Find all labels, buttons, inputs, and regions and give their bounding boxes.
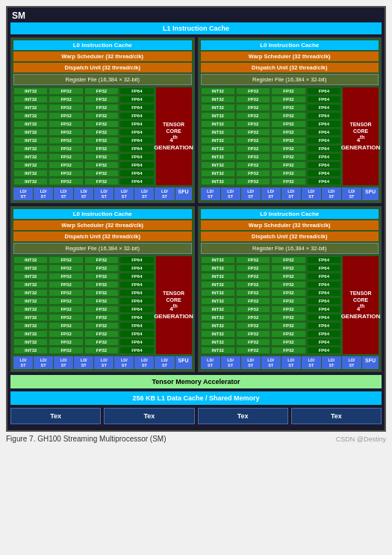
fp32-cell: FP32 bbox=[236, 153, 270, 161]
ld-st-unit: LD/ST bbox=[114, 187, 134, 200]
fp32-cell: FP32 bbox=[84, 273, 119, 280]
fp32-cell: FP32 bbox=[84, 256, 119, 264]
core-row: INT32 FP32 FP32 FP64 bbox=[201, 120, 342, 128]
fp32-cell: FP32 bbox=[236, 137, 270, 144]
fp64-cell: FP64 bbox=[119, 289, 154, 297]
core-area-1: INT32 FP32 FP32 FP64 INT32 FP32 FP32 FP6… bbox=[13, 87, 192, 185]
core-area-2: INT32 FP32 FP32 FP64 INT32 FP32 FP32 FP6… bbox=[201, 87, 379, 185]
tensor-core-text-1: TENSOR CORE bbox=[158, 121, 190, 134]
dispatch-unit-4: Dispatch Unit (32 thread/clk) bbox=[201, 232, 379, 241]
int32-cell: INT32 bbox=[13, 96, 48, 103]
fp32-cell: FP32 bbox=[84, 112, 119, 120]
core-area-3: INT32 FP32 FP32 FP64 INT32 FP32 FP32 FP6… bbox=[13, 256, 192, 354]
tensor-gen-text-2: 4th GENERATION bbox=[341, 134, 381, 152]
fp32-cell: FP32 bbox=[84, 338, 119, 346]
fp64-cell: FP64 bbox=[307, 281, 341, 288]
dispatch-unit-3: Dispatch Unit (32 thread/clk) bbox=[13, 232, 192, 241]
fp32-cell: FP32 bbox=[84, 178, 119, 185]
fp32-cell: FP32 bbox=[236, 314, 270, 321]
warp-scheduler-3: Warp Scheduler (32 thread/clk) bbox=[13, 220, 192, 230]
int32-cell: INT32 bbox=[201, 306, 235, 313]
fp32-cell: FP32 bbox=[49, 330, 83, 338]
sm-quadrant-grid: L0 Instruction Cache Warp Scheduler (32 … bbox=[10, 37, 382, 372]
core-columns-3: INT32 FP32 FP32 FP64 INT32 FP32 FP32 FP6… bbox=[13, 256, 155, 354]
l1-data-cache: 256 KB L1 Data Cache / Shared Memory bbox=[10, 391, 382, 405]
int32-cell: INT32 bbox=[13, 178, 48, 185]
int32-cell: INT32 bbox=[13, 170, 48, 177]
core-row: INT32 FP32 FP32 FP64 bbox=[201, 128, 342, 136]
sfu-unit-1: SFU bbox=[175, 187, 192, 200]
fp32-cell: FP32 bbox=[49, 120, 83, 128]
int32-cell: INT32 bbox=[13, 256, 48, 264]
tensor-core-label-4: TENSOR CORE 4th GENERATION bbox=[343, 256, 379, 354]
ld-st-unit: LD/ST bbox=[221, 187, 240, 200]
fp32-cell: FP32 bbox=[49, 170, 83, 177]
fp32-cell: FP32 bbox=[49, 161, 83, 169]
ld-st-unit: LD/ST bbox=[322, 356, 341, 369]
sfu-unit-4: SFU bbox=[362, 356, 379, 369]
int32-cell: INT32 bbox=[13, 120, 48, 128]
core-row: INT32 FP32 FP32 FP64 bbox=[201, 314, 342, 321]
int32-cell: INT32 bbox=[201, 120, 235, 128]
fp64-cell: FP64 bbox=[307, 145, 341, 152]
fp64-cell: FP64 bbox=[307, 178, 341, 185]
fp64-cell: FP64 bbox=[307, 153, 341, 161]
fp32-cell: FP32 bbox=[271, 120, 305, 128]
fp32-cell: FP32 bbox=[271, 322, 305, 329]
core-row: INT32 FP32 FP32 FP64 bbox=[13, 322, 155, 329]
fp64-cell: FP64 bbox=[119, 96, 154, 103]
core-row: INT32 FP32 FP32 FP64 bbox=[13, 306, 155, 313]
ld-st-unit: LD/ST bbox=[201, 187, 220, 200]
int32-cell: INT32 bbox=[201, 256, 235, 264]
bottom-units-2: LD/ST LD/ST LD/ST LD/ST LD/ST LD/ST LD/S… bbox=[201, 187, 379, 200]
core-row: INT32 FP32 FP32 FP64 bbox=[13, 153, 155, 161]
dispatch-unit-1: Dispatch Unit (32 thread/clk) bbox=[13, 63, 192, 72]
dispatch-unit-2: Dispatch Unit (32 thread/clk) bbox=[201, 63, 379, 72]
sfu-unit-2: SFU bbox=[362, 187, 379, 200]
sm-label: SM bbox=[12, 10, 25, 21]
fp64-cell: FP64 bbox=[119, 161, 154, 169]
fp32-cell: FP32 bbox=[236, 338, 270, 346]
ld-st-unit: LD/ST bbox=[134, 356, 154, 369]
core-row: INT32 FP32 FP32 FP64 bbox=[13, 145, 155, 152]
tensor-core-label-3: TENSOR CORE 4th GENERATION bbox=[156, 256, 192, 354]
fp64-cell: FP64 bbox=[307, 314, 341, 321]
figure-caption: Figure 7. GH100 Streaming Multiprocessor… bbox=[6, 432, 386, 446]
fp64-cell: FP64 bbox=[119, 104, 154, 111]
ld-st-unit: LD/ST bbox=[281, 356, 301, 369]
fp32-cell: FP32 bbox=[49, 128, 83, 136]
core-row: INT32 FP32 FP32 FP64 bbox=[201, 96, 342, 103]
int32-cell: INT32 bbox=[201, 104, 235, 111]
fp32-cell: FP32 bbox=[84, 264, 119, 272]
fp32-cell: FP32 bbox=[49, 178, 83, 185]
register-file-4: Register File (16,384 × 32-bit) bbox=[201, 243, 379, 254]
fp32-cell: FP32 bbox=[49, 297, 83, 305]
fp64-cell: FP64 bbox=[119, 87, 154, 95]
fp32-cell: FP32 bbox=[271, 289, 305, 297]
fp32-cell: FP32 bbox=[49, 96, 83, 103]
register-file-3: Register File (16,384 × 32-bit) bbox=[13, 243, 192, 254]
fp32-cell: FP32 bbox=[271, 145, 305, 152]
fp64-cell: FP64 bbox=[307, 170, 341, 177]
core-row: INT32 FP32 FP32 FP64 bbox=[13, 87, 155, 95]
int32-cell: INT32 bbox=[201, 96, 235, 103]
fp32-cell: FP32 bbox=[271, 338, 305, 346]
core-row: INT32 FP32 FP32 FP64 bbox=[201, 264, 342, 272]
fp32-cell: FP32 bbox=[236, 347, 270, 354]
fp32-cell: FP32 bbox=[271, 161, 305, 169]
fp32-cell: FP32 bbox=[271, 87, 305, 95]
core-row: INT32 FP32 FP32 FP64 bbox=[201, 145, 342, 152]
bottom-units-4: LD/ST LD/ST LD/ST LD/ST LD/ST LD/ST LD/S… bbox=[201, 356, 379, 369]
fp32-cell: FP32 bbox=[236, 178, 270, 185]
bottom-units-3: LD/ST LD/ST LD/ST LD/ST LD/ST LD/ST LD/S… bbox=[13, 356, 192, 369]
ld-st-unit: LD/ST bbox=[302, 356, 321, 369]
fp32-cell: FP32 bbox=[271, 170, 305, 177]
fp32-cell: FP32 bbox=[84, 347, 119, 354]
fp64-cell: FP64 bbox=[119, 112, 154, 120]
fp32-cell: FP32 bbox=[49, 87, 83, 95]
core-row: INT32 FP32 FP32 FP64 bbox=[13, 338, 155, 346]
core-row: INT32 FP32 FP32 FP64 bbox=[13, 347, 155, 354]
fp32-cell: FP32 bbox=[84, 128, 119, 136]
fp32-cell: FP32 bbox=[49, 104, 83, 111]
int32-cell: INT32 bbox=[13, 306, 48, 313]
